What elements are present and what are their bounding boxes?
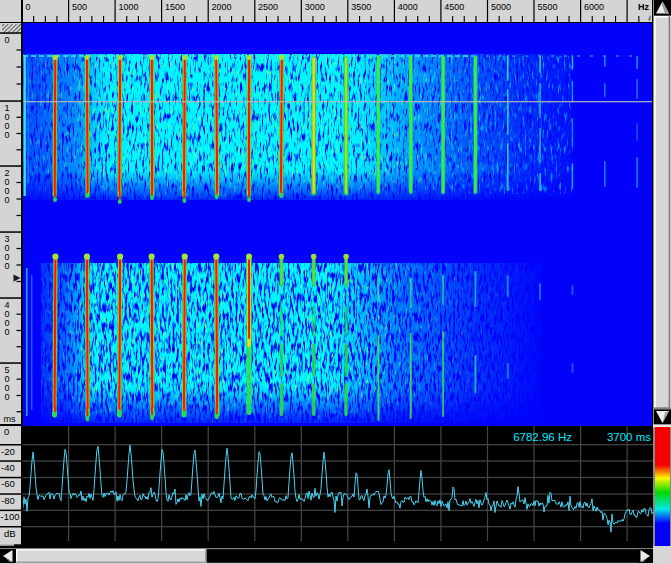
- svg-text:3500: 3500: [351, 2, 371, 12]
- svg-text:-80: -80: [1, 495, 15, 506]
- svg-text:-20: -20: [1, 446, 15, 457]
- svg-text:3000: 3000: [305, 2, 325, 12]
- svg-text:2000: 2000: [212, 2, 232, 12]
- svg-text:0: 0: [5, 261, 10, 271]
- svg-text:6782.96 Hz: 6782.96 Hz: [513, 431, 572, 443]
- svg-text:0: 0: [25, 2, 30, 12]
- svg-text:0: 0: [5, 392, 10, 402]
- svg-text:0: 0: [4, 426, 9, 437]
- svg-text:0: 0: [5, 35, 10, 45]
- svg-text:-40: -40: [1, 462, 15, 473]
- svg-text:0: 0: [5, 130, 10, 140]
- svg-text:5500: 5500: [537, 2, 557, 12]
- svg-text:2500: 2500: [258, 2, 278, 12]
- svg-text:4500: 4500: [444, 2, 464, 12]
- svg-text:dB: dB: [4, 528, 16, 539]
- svg-text:0: 0: [5, 195, 10, 205]
- svg-text:ms: ms: [4, 414, 16, 424]
- svg-text:4000: 4000: [398, 2, 418, 12]
- svg-text:6000: 6000: [584, 2, 604, 12]
- svg-text:500: 500: [72, 2, 87, 12]
- svg-text:1000: 1000: [119, 2, 139, 12]
- svg-text:3700 ms: 3700 ms: [607, 431, 651, 443]
- svg-text:Hz: Hz: [638, 2, 649, 12]
- svg-text:1500: 1500: [165, 2, 185, 12]
- svg-text:0: 0: [5, 327, 10, 337]
- svg-text:-60: -60: [1, 478, 15, 489]
- svg-text:5000: 5000: [491, 2, 511, 12]
- svg-text:-100: -100: [1, 511, 20, 522]
